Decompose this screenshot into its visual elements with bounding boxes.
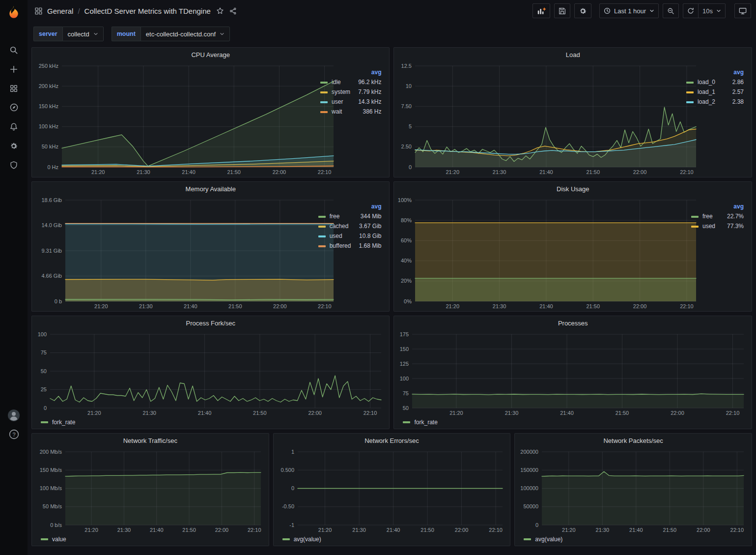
- legend-series-value: 96.2 kHz: [350, 77, 381, 87]
- panel-title[interactable]: Load: [394, 48, 752, 61]
- panel-cpu-average: CPU Average0 Hz50 kHz100 kHz150 kHz200 k…: [31, 47, 390, 177]
- x-tick-label: 21:20: [94, 303, 108, 309]
- chart-network-errors-sec[interactable]: -1-0.5000.500121:2021:3021:4021:5022:002…: [275, 447, 508, 534]
- panel-title[interactable]: Network Errors/sec: [274, 434, 510, 447]
- user-avatar[interactable]: [3, 406, 25, 425]
- main-area: General / CollectD Server Metrics with T…: [28, 0, 756, 555]
- y-tick-label: 25: [41, 386, 47, 392]
- legend-avg-header[interactable]: avg: [350, 67, 381, 77]
- variable-value-dropdown[interactable]: collectd: [62, 27, 104, 41]
- bell-icon[interactable]: [3, 117, 25, 136]
- plus-icon[interactable]: [3, 59, 25, 79]
- time-range-picker[interactable]: Last 1 hour: [599, 3, 659, 18]
- share-icon[interactable]: [229, 7, 237, 15]
- x-tick-label: 21:50: [587, 303, 600, 309]
- refresh-button[interactable]: [683, 3, 699, 18]
- x-tick-label: 22:10: [726, 410, 740, 416]
- legend-item[interactable]: value: [41, 536, 66, 543]
- dashboard-variables: servercollectdmountetc-collectd-collectd…: [28, 22, 756, 47]
- legend-swatch: [41, 421, 48, 423]
- apps-icon[interactable]: [3, 79, 25, 98]
- save-dashboard-button[interactable]: [554, 3, 570, 18]
- add-panel-button[interactable]: [532, 3, 550, 18]
- variable-value-dropdown[interactable]: etc-collectd-collectd.conf: [140, 27, 230, 41]
- legend-series-name: avg(value): [294, 536, 321, 543]
- tv-mode-button[interactable]: [734, 3, 751, 18]
- y-tick-label: 80%: [401, 217, 412, 223]
- chevron-down-icon: [220, 31, 224, 36]
- chart-area-disk-usage[interactable]: 0%20%40%60%80%100%21:2021:3021:4021:5022…: [395, 196, 689, 310]
- x-tick-label: 21:30: [352, 527, 366, 533]
- compass-icon[interactable]: [3, 98, 25, 117]
- chart-cpu-average[interactable]: 0 Hz50 kHz100 kHz150 kHz200 kHz250 kHz21…: [33, 61, 339, 176]
- legend-swatch: [41, 538, 48, 540]
- panel-network-traffic-sec: Network Traffic/sec0 b/s50 Mb/s100 Mb/s1…: [31, 433, 269, 546]
- panel-title[interactable]: Memory Available: [32, 182, 389, 196]
- dashboards-grid-icon: [34, 7, 43, 15]
- legend-item[interactable]: avg(value): [524, 536, 562, 543]
- breadcrumb-folder[interactable]: General: [47, 7, 73, 15]
- chart-disk-usage[interactable]: 0%20%40%60%80%100%21:2021:3021:4021:5022…: [395, 196, 702, 310]
- legend-avg-header[interactable]: avg: [715, 202, 744, 211]
- gear-icon[interactable]: [3, 136, 25, 155]
- panel-title[interactable]: Network Traffic/sec: [32, 434, 269, 447]
- x-tick-label: 21:20: [446, 303, 460, 309]
- chart-load[interactable]: 02.5057.501012.521:2021:3021:4021:5022:0…: [395, 61, 702, 176]
- y-tick-label: 0: [535, 522, 538, 528]
- chart-process-fork-sec[interactable]: 025507510021:2021:3021:4021:5022:0022:10: [33, 330, 387, 417]
- legend-item[interactable]: fork_rate: [403, 419, 437, 426]
- chart-network-traffic-sec[interactable]: 0 b/s50 Mb/s100 Mb/s150 Mb/s200 Mb/s21:2…: [33, 447, 267, 534]
- chart-area-process-fork-sec[interactable]: 025507510021:2021:3021:4021:5022:0022:10: [33, 330, 387, 417]
- help-icon[interactable]: ?: [3, 425, 25, 444]
- y-tick-label: 0 b: [55, 298, 62, 304]
- legend-avg-header[interactable]: avg: [715, 67, 744, 77]
- grafana-logo[interactable]: [4, 4, 24, 21]
- panel-legend: fork_rate: [33, 417, 387, 428]
- chart-memory-available[interactable]: 0 b4.66 Gib9.31 Gib14.0 Gib18.6 Gib21:20…: [33, 196, 339, 310]
- chart-processes[interactable]: 507510012515017521:2021:3021:4021:5022:0…: [395, 330, 750, 417]
- chart-area-load[interactable]: 02.5057.501012.521:2021:3021:4021:5022:0…: [395, 61, 684, 176]
- chart-area-memory-available[interactable]: 0 b4.66 Gib9.31 Gib14.0 Gib18.6 Gib21:20…: [33, 196, 316, 310]
- panel-title[interactable]: Processes: [394, 316, 752, 330]
- y-tick-label: 100 kHz: [39, 123, 58, 129]
- refresh-picker: 10s: [683, 3, 726, 18]
- dashboard-title[interactable]: CollectD Server Metrics with TDengine: [84, 7, 211, 15]
- panel-process-fork-sec: Process Fork/sec025507510021:2021:3021:4…: [31, 316, 390, 429]
- y-tick-label: 9.31 Gib: [41, 248, 62, 254]
- legend-series-name[interactable]: free: [702, 211, 715, 221]
- star-icon[interactable]: [216, 7, 224, 15]
- x-tick-label: 22:00: [671, 410, 685, 416]
- x-tick-label: 22:10: [680, 303, 694, 309]
- y-tick-label: 50: [403, 405, 409, 411]
- chart-area-cpu-average[interactable]: 0 Hz50 kHz100 kHz150 kHz200 kHz250 kHz21…: [33, 61, 318, 176]
- panel-title[interactable]: Process Fork/sec: [32, 316, 389, 330]
- refresh-interval-dropdown[interactable]: 10s: [699, 3, 726, 18]
- dashboard-settings-button[interactable]: [574, 3, 591, 18]
- panel-title[interactable]: Network Packets/sec: [515, 434, 752, 447]
- y-tick-label: 0: [44, 405, 47, 411]
- x-tick-label: 21:40: [182, 169, 196, 175]
- x-tick-label: 22:00: [273, 169, 286, 175]
- shield-icon[interactable]: [3, 155, 25, 175]
- chart-network-packets-sec[interactable]: 05000010000015000020000021:2021:3021:402…: [516, 447, 750, 534]
- panel-title[interactable]: CPU Average: [32, 48, 389, 61]
- y-tick-label: 0%: [404, 298, 412, 304]
- y-tick-label: 150 Mb/s: [40, 467, 62, 473]
- zoom-out-button[interactable]: [663, 3, 679, 18]
- search-icon[interactable]: [3, 40, 25, 59]
- x-tick-label: 22:00: [308, 410, 322, 416]
- series-line-fork-rate: [50, 376, 381, 402]
- chart-area-network-traffic-sec[interactable]: 0 b/s50 Mb/s100 Mb/s150 Mb/s200 Mb/s21:2…: [33, 447, 267, 534]
- panel-memory-available: Memory Available0 b4.66 Gib9.31 Gib14.0 …: [31, 181, 390, 312]
- chart-area-processes[interactable]: 507510012515017521:2021:3021:4021:5022:0…: [395, 330, 750, 417]
- legend-item[interactable]: avg(value): [282, 536, 321, 543]
- legend-series-name[interactable]: used: [702, 221, 715, 231]
- chart-area-network-packets-sec[interactable]: 05000010000015000020000021:2021:3021:402…: [516, 447, 750, 534]
- chart-area-network-errors-sec[interactable]: -1-0.5000.500121:2021:3021:4021:5022:002…: [275, 447, 508, 534]
- legend-avg-header[interactable]: avg: [351, 202, 381, 211]
- variable-server: servercollectd: [33, 27, 104, 41]
- panel-disk-usage: Disk Usage0%20%40%60%80%100%21:2021:3021…: [393, 181, 752, 312]
- panel-title[interactable]: Disk Usage: [394, 182, 752, 196]
- svg-text:?: ?: [12, 432, 15, 438]
- legend-item[interactable]: fork_rate: [41, 419, 75, 426]
